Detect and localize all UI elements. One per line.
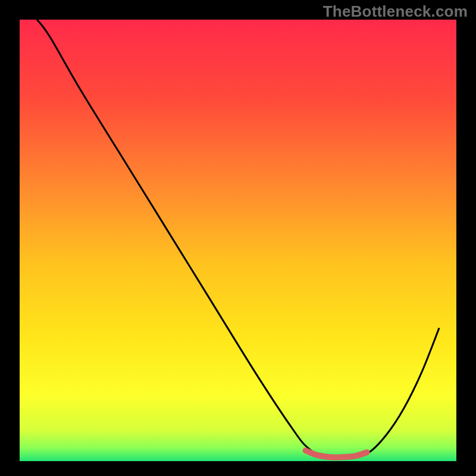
bottleneck-curve-chart — [0, 0, 476, 476]
gradient-plot-area — [20, 20, 456, 461]
watermark-text: TheBottleneck.com — [323, 2, 468, 21]
chart-stage: TheBottleneck.com — [0, 0, 476, 476]
